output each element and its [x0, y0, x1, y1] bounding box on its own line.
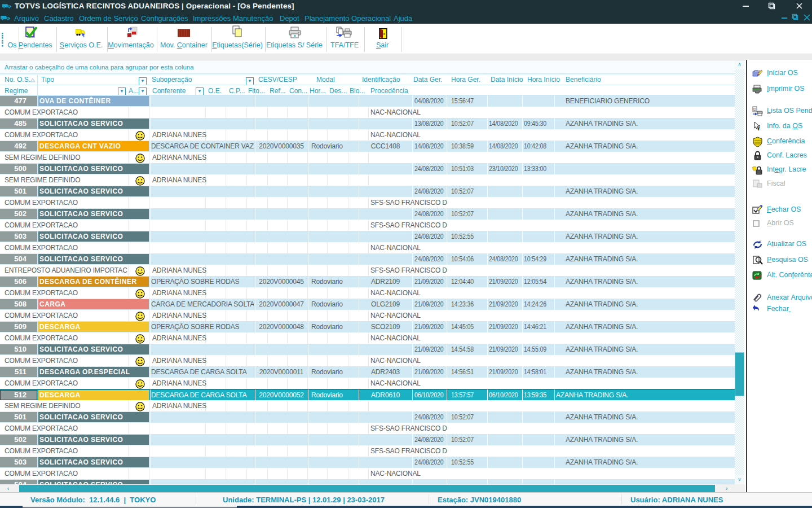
svg-text:D: D	[753, 107, 756, 111]
svg-text:i: i	[758, 124, 760, 132]
